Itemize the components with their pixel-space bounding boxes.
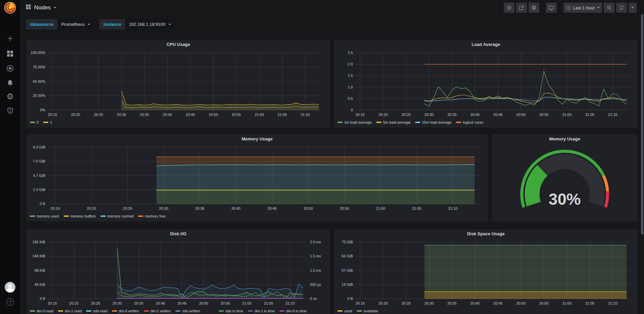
x-tick-label: 21:05 bbox=[409, 206, 425, 210]
diskio-legend: dm-0 readdm-1 readsda readdm-0 writtendm… bbox=[30, 308, 307, 314]
y-tick-label: 2.0 bbox=[348, 62, 353, 66]
cycle-view-button[interactable] bbox=[546, 3, 557, 13]
mem-plot-area[interactable] bbox=[48, 147, 480, 204]
x-tick-label: 21:10 bbox=[605, 113, 621, 117]
legend-item[interactable]: 5m load average bbox=[376, 120, 411, 124]
legend-item[interactable]: available bbox=[357, 309, 378, 313]
legend-item[interactable]: sda read bbox=[86, 309, 107, 313]
x-tick-label: 21:10 bbox=[605, 301, 621, 305]
legend-item[interactable]: dm-0 written bbox=[112, 309, 139, 313]
variable-label: instance bbox=[99, 19, 125, 29]
legend-item[interactable]: dm-0 read bbox=[30, 309, 53, 313]
legend-item[interactable]: memory buffers bbox=[64, 214, 96, 218]
x-tick-label: 20:40 bbox=[467, 301, 483, 305]
panel-title[interactable]: Memory Usage bbox=[26, 135, 488, 143]
y-tick-label-right: 2.0 ms bbox=[310, 240, 321, 244]
dashboards-icon[interactable] bbox=[0, 50, 20, 58]
panel-title[interactable]: Disk Space Usage bbox=[334, 230, 638, 238]
y-tick-label: 146 KiB bbox=[32, 254, 45, 258]
dashboard-settings-button[interactable]: ⚙ bbox=[529, 3, 539, 13]
x-tick-label: 21:10 bbox=[445, 206, 461, 210]
panel-disk-io: Disk I/O 195 KiB146 KiB98 KiB49 KiB0 B2.… bbox=[26, 229, 330, 314]
disk-io-chart[interactable]: 195 KiB146 KiB98 KiB49 KiB0 B2.0 ms1.5 m… bbox=[29, 239, 327, 314]
configuration-icon[interactable]: ⚙ bbox=[0, 92, 20, 101]
explore-icon[interactable] bbox=[0, 64, 20, 72]
clock-icon bbox=[566, 5, 571, 10]
legend-item[interactable]: 1m load average bbox=[337, 120, 372, 124]
y-tick-label: 98 KiB bbox=[35, 268, 45, 272]
page-scrollbar[interactable] bbox=[641, 14, 643, 235]
legend-item[interactable]: 1 bbox=[43, 120, 52, 124]
x-tick-label: 20:20 bbox=[375, 113, 391, 117]
share-button[interactable] bbox=[516, 3, 527, 13]
y-tick-label: 1.5 bbox=[348, 73, 353, 77]
chevron-down-icon[interactable] bbox=[54, 7, 56, 8]
grafana-logo[interactable] bbox=[0, 1, 20, 14]
panel-title[interactable]: Load Average bbox=[334, 41, 638, 49]
legend-swatch bbox=[86, 310, 91, 312]
x-tick-label: 20:55 bbox=[217, 301, 233, 305]
refresh-interval-dropdown[interactable] bbox=[629, 3, 637, 13]
panel-title[interactable]: Memory Usage bbox=[492, 135, 638, 143]
x-tick-label: 21:05 bbox=[582, 301, 598, 305]
x-tick-label: 21:00 bbox=[373, 206, 389, 210]
legend-item[interactable]: sda written bbox=[175, 309, 200, 313]
diskspace-plot-area[interactable] bbox=[356, 242, 630, 299]
legend-item[interactable]: logical cores bbox=[456, 120, 483, 124]
x-tick-label: 20:40 bbox=[228, 206, 244, 210]
x-tick-label: 20:20 bbox=[66, 301, 82, 305]
x-tick-label: 20:35 bbox=[444, 301, 460, 305]
x-tick-label: 20:25 bbox=[398, 113, 414, 117]
x-tick-label: 20:45 bbox=[182, 113, 199, 117]
dashboard-title[interactable]: Nodes bbox=[34, 4, 51, 11]
cpu-usage-chart[interactable]: 100.00%75.00%50.00%25.00%0%20:1520:2020:… bbox=[29, 50, 327, 126]
y-tick-label-right: 500 µs bbox=[310, 282, 321, 287]
x-tick-label: 20:45 bbox=[174, 301, 190, 305]
x-tick-label: 20:50 bbox=[513, 301, 529, 305]
legend-item[interactable]: dm-1 written bbox=[144, 309, 171, 313]
legend-item[interactable]: dm-1 read bbox=[58, 309, 82, 313]
disk-space-chart[interactable]: 75 GiB56 GiB37 GiB19 GiB0 B20:1520:2020:… bbox=[337, 239, 635, 314]
help-icon[interactable]: ? bbox=[0, 298, 20, 306]
memory-usage-chart[interactable]: 9.3 GiB7.0 GiB4.7 GiB2.3 GiB0 B20:1520:2… bbox=[29, 144, 485, 219]
time-range-picker[interactable]: Last 1 hour bbox=[564, 3, 602, 13]
cpu-plot-area[interactable] bbox=[48, 53, 323, 110]
variable-datasource[interactable]: datasource Prometheus bbox=[26, 19, 94, 29]
panel-title[interactable]: Disk I/O bbox=[26, 230, 330, 238]
legend-item[interactable]: memory cached bbox=[101, 214, 133, 218]
variable-instance[interactable]: instance 192.168.1.18:9100 bbox=[99, 19, 174, 29]
x-tick-label: 21:00 bbox=[559, 301, 575, 305]
legend-swatch bbox=[30, 310, 35, 312]
mem-legend: memory usedmemory buffersmemory cachedme… bbox=[30, 213, 480, 219]
x-tick-label: 20:40 bbox=[152, 301, 168, 305]
load-average-chart[interactable]: 2.52.01.51.00.5020:1520:2020:2520:3020:3… bbox=[337, 50, 635, 126]
x-tick-label: 21:10 bbox=[297, 113, 313, 117]
legend-item[interactable]: 0 bbox=[30, 120, 39, 124]
dashboard-grid-icon bbox=[25, 4, 31, 11]
refresh-button[interactable] bbox=[616, 3, 627, 13]
legend-swatch bbox=[112, 310, 117, 312]
legend-item[interactable]: memory used bbox=[30, 214, 59, 218]
legend-item[interactable]: used bbox=[337, 309, 352, 313]
diskio-plot-area[interactable] bbox=[48, 242, 307, 299]
panel-memory-usage-gauge: Memory Usage 30% bbox=[491, 134, 638, 222]
x-tick-label: 20:20 bbox=[83, 206, 99, 210]
alerting-icon[interactable] bbox=[0, 79, 20, 87]
x-tick-label: 21:10 bbox=[282, 301, 298, 305]
x-tick-label: 20:55 bbox=[536, 113, 552, 117]
plus-icon[interactable] bbox=[0, 35, 20, 42]
legend-item[interactable]: sda io time bbox=[219, 309, 243, 313]
legend-item[interactable]: dm-0 io time bbox=[279, 309, 307, 313]
star-button[interactable] bbox=[504, 3, 515, 13]
avatar[interactable] bbox=[0, 282, 20, 293]
y-tick-label: 1.0 bbox=[348, 85, 353, 89]
load-legend: 1m load average5m load average15m load a… bbox=[337, 119, 630, 125]
legend-swatch bbox=[64, 215, 69, 217]
panel-title[interactable]: CPU Usage bbox=[26, 41, 330, 49]
legend-item[interactable]: 15m load average bbox=[415, 120, 451, 124]
load-plot-area[interactable] bbox=[356, 53, 630, 110]
legend-item[interactable]: dm-1 io time bbox=[248, 309, 275, 313]
server-admin-icon[interactable] bbox=[0, 107, 20, 115]
legend-item[interactable]: memory free bbox=[138, 214, 166, 218]
zoom-out-button[interactable] bbox=[604, 3, 614, 13]
